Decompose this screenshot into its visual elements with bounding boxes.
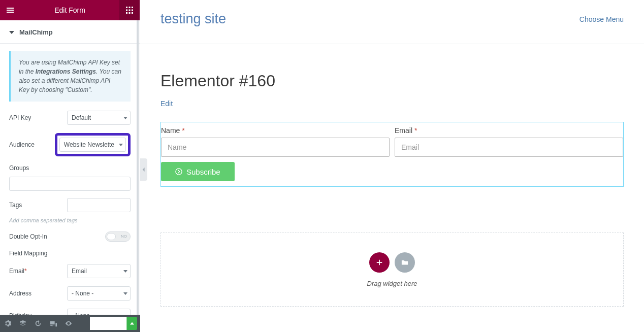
email-label: Email*	[395, 126, 623, 135]
plus-icon	[376, 259, 383, 266]
sidebar-collapse-handle[interactable]	[140, 158, 147, 181]
audience-select[interactable]: Website Newslette	[59, 138, 126, 152]
page-title: Elementor #160	[160, 72, 624, 90]
site-title[interactable]: testing site	[160, 11, 226, 27]
email-map-select[interactable]: Email	[67, 264, 131, 278]
apps-icon[interactable]	[119, 0, 140, 20]
api-key-label: API Key	[9, 114, 67, 121]
double-optin-label: Double Opt-In	[9, 233, 47, 240]
choose-menu-link[interactable]: Choose Menu	[579, 15, 624, 23]
section-toggle-mailchimp[interactable]: MailChimp	[0, 20, 140, 44]
update-button[interactable]: UPDATE	[90, 317, 137, 330]
groups-input[interactable]	[9, 177, 131, 191]
tags-help: Add comma separated tags	[9, 217, 131, 223]
drop-zone[interactable]: Drag widget here	[160, 233, 624, 307]
subscribe-button[interactable]: Subscribe	[161, 162, 235, 181]
groups-label: Groups	[9, 164, 131, 172]
sidebar-body: MailChimp You are using MailChimp API Ke…	[0, 20, 140, 332]
editor-sidebar: Edit Form MailChimp You are using MailCh…	[0, 0, 140, 332]
site-header: testing site Choose Menu	[140, 0, 644, 39]
sidebar-title: Edit Form	[20, 6, 119, 14]
name-input[interactable]	[161, 138, 390, 157]
sidebar-scrollbar[interactable]	[137, 20, 139, 315]
svg-rect-2	[132, 7, 133, 8]
add-section-button[interactable]	[369, 252, 390, 273]
email-input[interactable]	[395, 138, 623, 157]
info-notice: You are using MailChimp API Key set in t…	[9, 51, 131, 102]
audience-highlight: Website Newslette	[55, 133, 131, 156]
svg-rect-5	[132, 10, 133, 11]
svg-rect-1	[129, 7, 131, 8]
double-optin-toggle[interactable]: NO	[105, 231, 131, 242]
svg-rect-7	[129, 12, 131, 14]
section-mailchimp: You are using MailChimp API Key set in t…	[0, 44, 140, 332]
audience-label: Audience	[9, 141, 55, 148]
address-map-select[interactable]: - None -	[67, 286, 131, 301]
email-map-label: Email*	[9, 268, 67, 275]
section-title: MailChimp	[19, 28, 53, 36]
preview-icon[interactable]	[61, 315, 76, 332]
history-icon[interactable]	[30, 315, 46, 332]
form-widget[interactable]: Name* Email* Subscribe	[160, 122, 624, 187]
field-mapping-title: Field Mapping	[9, 250, 131, 257]
template-button[interactable]	[395, 252, 415, 273]
responsive-icon[interactable]	[46, 315, 61, 332]
sidebar-header: Edit Form	[0, 0, 140, 20]
navigator-icon[interactable]	[15, 315, 30, 332]
svg-rect-3	[126, 10, 127, 11]
svg-point-9	[176, 169, 182, 175]
address-map-label: Address	[9, 290, 67, 297]
svg-rect-0	[126, 7, 127, 8]
folder-icon	[401, 259, 408, 266]
svg-rect-4	[129, 10, 131, 11]
menu-icon[interactable]	[0, 0, 20, 20]
preview-area: testing site Choose Menu Elementor #160 …	[140, 0, 644, 332]
bottom-toolbar: UPDATE	[0, 315, 140, 332]
drop-hint: Drag widget here	[367, 280, 417, 287]
svg-rect-6	[126, 12, 127, 14]
tags-label: Tags	[9, 202, 67, 209]
edit-link[interactable]: Edit	[160, 99, 173, 108]
tags-input[interactable]	[67, 198, 131, 212]
page-content: Elementor #160 Edit Name* Email* Subscri…	[140, 44, 644, 322]
svg-rect-8	[132, 12, 133, 14]
arrow-right-circle-icon	[175, 168, 182, 175]
caret-up-icon[interactable]	[126, 317, 137, 330]
api-key-select[interactable]: Default	[67, 111, 131, 125]
name-label: Name*	[161, 126, 390, 135]
settings-icon[interactable]	[0, 315, 15, 332]
